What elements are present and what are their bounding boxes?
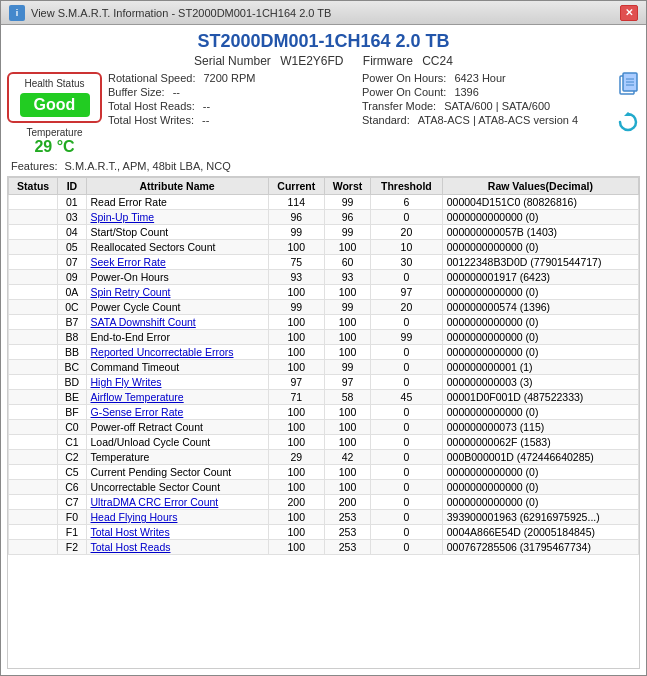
attribute-cell: Current Pending Sector Count bbox=[86, 465, 268, 480]
cell-6: 000000001917 (6423) bbox=[442, 270, 638, 285]
attribute-cell: Command Timeout bbox=[86, 360, 268, 375]
attribute-link[interactable]: High Fly Writes bbox=[91, 376, 162, 388]
cell-6: 00000000062F (1583) bbox=[442, 435, 638, 450]
cell-4: 99 bbox=[324, 225, 370, 240]
cell-3: 100 bbox=[268, 285, 324, 300]
table-row: 01Read Error Rate114996000004D151C0 (808… bbox=[9, 195, 639, 210]
attribute-link[interactable]: Total Host Writes bbox=[91, 526, 170, 538]
buffer-value: -- bbox=[173, 86, 180, 98]
copy-icon[interactable] bbox=[616, 72, 640, 105]
cell-4: 97 bbox=[324, 375, 370, 390]
cell-6: 000767285506 (31795467734) bbox=[442, 540, 638, 555]
refresh-icon[interactable] bbox=[617, 111, 639, 138]
cell-1: C6 bbox=[58, 480, 86, 495]
cell-1: 0C bbox=[58, 300, 86, 315]
attribute-link[interactable]: Seek Error Rate bbox=[91, 256, 166, 268]
table-row: 0ASpin Retry Count100100970000000000000 … bbox=[9, 285, 639, 300]
attribute-link[interactable]: SATA Downshift Count bbox=[91, 316, 196, 328]
cell-4: 100 bbox=[324, 405, 370, 420]
cell-3: 99 bbox=[268, 300, 324, 315]
attribute-cell: Spin Retry Count bbox=[86, 285, 268, 300]
cell-4: 100 bbox=[324, 435, 370, 450]
cell-4: 96 bbox=[324, 210, 370, 225]
cell-3: 100 bbox=[268, 345, 324, 360]
table-row: B8End-to-End Error100100990000000000000 … bbox=[9, 330, 639, 345]
power-count-label: Power On Count: bbox=[362, 86, 446, 98]
cell-5: 0 bbox=[371, 435, 443, 450]
col-id: ID bbox=[58, 178, 86, 195]
close-button[interactable]: ✕ bbox=[620, 5, 638, 21]
cell-5: 0 bbox=[371, 405, 443, 420]
attribute-link[interactable]: UltraDMA CRC Error Count bbox=[91, 496, 219, 508]
table-row: B7SATA Downshift Count100100000000000000… bbox=[9, 315, 639, 330]
cell-6: 0000000000000 (0) bbox=[442, 465, 638, 480]
attribute-link[interactable]: Airflow Temperature bbox=[91, 391, 184, 403]
cell-4: 60 bbox=[324, 255, 370, 270]
app-icon: i bbox=[9, 5, 25, 21]
cell-6: 00001D0F001D (487522333) bbox=[442, 390, 638, 405]
power-count-value: 1396 bbox=[454, 86, 478, 98]
temp-label: Temperature bbox=[26, 127, 82, 138]
firmware-value: CC24 bbox=[422, 54, 453, 68]
health-box: Health Status Good bbox=[7, 72, 102, 123]
cell-1: B8 bbox=[58, 330, 86, 345]
cell-1: 07 bbox=[58, 255, 86, 270]
attribute-cell: Total Host Writes bbox=[86, 525, 268, 540]
temp-value: 29 °C bbox=[26, 138, 82, 156]
features-label: Features: bbox=[11, 160, 57, 172]
attribute-cell: Read Error Rate bbox=[86, 195, 268, 210]
host-reads-value: -- bbox=[203, 100, 210, 112]
table-header: Status ID Attribute Name Current Worst T… bbox=[9, 178, 639, 195]
cell-4: 253 bbox=[324, 510, 370, 525]
cell-3: 96 bbox=[268, 210, 324, 225]
cell-5: 45 bbox=[371, 390, 443, 405]
attribute-cell: End-to-End Error bbox=[86, 330, 268, 345]
status-cell bbox=[9, 210, 58, 225]
attribute-link[interactable]: Spin-Up Time bbox=[91, 211, 155, 223]
cell-3: 100 bbox=[268, 465, 324, 480]
cell-6: 0000000000000 (0) bbox=[442, 240, 638, 255]
cell-3: 75 bbox=[268, 255, 324, 270]
cell-6: 0004A866E54D (20005184845) bbox=[442, 525, 638, 540]
cell-4: 100 bbox=[324, 465, 370, 480]
cell-1: B7 bbox=[58, 315, 86, 330]
cell-3: 200 bbox=[268, 495, 324, 510]
attribute-link[interactable]: Spin Retry Count bbox=[91, 286, 171, 298]
attribute-link[interactable]: Reported Uncorrectable Errors bbox=[91, 346, 234, 358]
attribute-link[interactable]: G-Sense Error Rate bbox=[91, 406, 184, 418]
status-cell bbox=[9, 315, 58, 330]
host-writes-row: Total Host Writes: -- bbox=[108, 114, 352, 126]
status-cell bbox=[9, 240, 58, 255]
table-row: C0Power-off Retract Count100100000000000… bbox=[9, 420, 639, 435]
transfer-mode-row: Transfer Mode: SATA/600 | SATA/600 bbox=[362, 100, 606, 112]
cell-1: BD bbox=[58, 375, 86, 390]
cell-5: 0 bbox=[371, 270, 443, 285]
attribute-link[interactable]: Head Flying Hours bbox=[91, 511, 178, 523]
cell-5: 0 bbox=[371, 450, 443, 465]
attribute-link[interactable]: Total Host Reads bbox=[91, 541, 171, 553]
table-row: C7UltraDMA CRC Error Count20020000000000… bbox=[9, 495, 639, 510]
status-cell bbox=[9, 300, 58, 315]
cell-6: 000B000001D (472446640285) bbox=[442, 450, 638, 465]
power-hours-label: Power On Hours: bbox=[362, 72, 446, 84]
serial-label: Serial Number bbox=[194, 54, 271, 68]
title-bar: i View S.M.A.R.T. Information - ST2000DM… bbox=[1, 1, 646, 25]
cell-5: 0 bbox=[371, 345, 443, 360]
cell-5: 0 bbox=[371, 420, 443, 435]
table-row: BFG-Sense Error Rate10010000000000000000… bbox=[9, 405, 639, 420]
cell-3: 100 bbox=[268, 330, 324, 345]
smart-table-container[interactable]: Status ID Attribute Name Current Worst T… bbox=[7, 176, 640, 669]
health-label: Health Status bbox=[24, 78, 84, 89]
attribute-cell: Power Cycle Count bbox=[86, 300, 268, 315]
col-raw: Raw Values(Decimal) bbox=[442, 178, 638, 195]
cell-1: BF bbox=[58, 405, 86, 420]
table-row: BBReported Uncorrectable Errors100100000… bbox=[9, 345, 639, 360]
cell-1: F0 bbox=[58, 510, 86, 525]
cell-1: 05 bbox=[58, 240, 86, 255]
cell-3: 100 bbox=[268, 405, 324, 420]
attribute-cell: SATA Downshift Count bbox=[86, 315, 268, 330]
status-cell bbox=[9, 270, 58, 285]
status-cell bbox=[9, 420, 58, 435]
attribute-cell: Head Flying Hours bbox=[86, 510, 268, 525]
features-row: Features: S.M.A.R.T., APM, 48bit LBA, NC… bbox=[7, 160, 640, 172]
